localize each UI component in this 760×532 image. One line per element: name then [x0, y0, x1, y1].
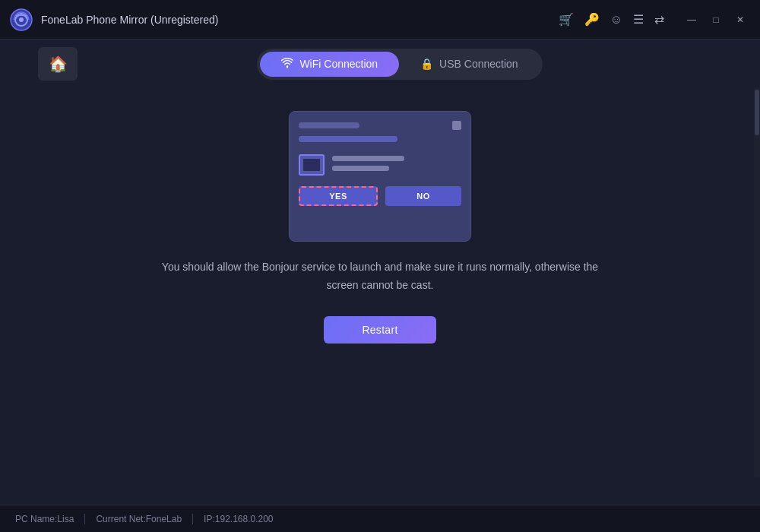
maximize-button[interactable]: □ [705, 9, 727, 30]
usb-tab-label: USB Connection [439, 58, 518, 70]
close-button[interactable]: ✕ [730, 9, 751, 30]
face-icon[interactable]: ☺ [610, 13, 622, 27]
dialog-text-lines [332, 156, 404, 171]
description-text: You should allow the Bonjour service to … [162, 258, 598, 295]
wifi-tab-label: WiFi Connection [299, 58, 378, 70]
dialog-title-line [299, 122, 359, 128]
lock-icon: 🔒 [420, 58, 433, 70]
tab-container: WiFi Connection 🔒 USB Connection [257, 49, 542, 80]
status-bar: PC Name:Lisa Current Net:FoneLab IP:192.… [0, 505, 760, 532]
minimize-button[interactable]: — [681, 9, 702, 30]
top-nav: 🏠 WiFi Connection 🔒 USB Connection [30, 40, 730, 88]
title-bar: FoneLab Phone Mirror (Unregistered) 🛒 🔑 … [0, 0, 760, 40]
scrollbar-thumb[interactable] [755, 90, 759, 135]
menu-icon[interactable]: ☰ [633, 12, 644, 27]
title-left: FoneLab Phone Mirror (Unregistered) [9, 8, 218, 32]
home-button[interactable]: 🏠 [38, 47, 78, 81]
text-line-2 [332, 166, 389, 171]
dialog-subtitle-line [299, 136, 397, 142]
scrollbar[interactable] [754, 88, 760, 477]
dialog-yes-button[interactable]: YES [299, 186, 378, 206]
app-logo-icon [9, 8, 33, 32]
arrows-icon[interactable]: ⇄ [654, 12, 664, 27]
current-net: Current Net:FoneLab [96, 514, 182, 524]
status-divider-1 [84, 514, 85, 524]
dialog-close-dot [452, 121, 461, 130]
ip-address: IP:192.168.0.200 [204, 514, 273, 524]
dialog-no-button[interactable]: NO [385, 186, 461, 206]
description-line1: You should allow the Bonjour service to … [162, 261, 598, 273]
window-controls: — □ ✕ [681, 9, 751, 30]
svg-point-3 [287, 65, 288, 67]
restart-button[interactable]: Restart [324, 316, 435, 344]
description-line2: screen cannot be cast. [327, 279, 434, 291]
svg-point-2 [19, 17, 24, 22]
key-icon[interactable]: 🔑 [584, 12, 600, 27]
main-content: 🏠 WiFi Connection 🔒 USB Connection [0, 40, 760, 505]
wifi-icon [281, 58, 293, 71]
monitor-icon [299, 154, 325, 176]
status-divider-2 [192, 514, 193, 524]
pc-name: PC Name:Lisa [15, 514, 74, 524]
usb-connection-tab[interactable]: 🔒 USB Connection [399, 52, 540, 77]
dialog-title-bar [299, 121, 461, 130]
app-title: FoneLab Phone Mirror (Unregistered) [41, 14, 218, 26]
dialog-buttons: YES NO [299, 186, 461, 206]
dialog-illustration: YES NO [289, 111, 471, 242]
title-controls: 🛒 🔑 ☺ ☰ ⇄ — □ ✕ [559, 9, 751, 30]
monitor-screen [303, 159, 320, 171]
wifi-connection-tab[interactable]: WiFi Connection [260, 52, 399, 77]
dialog-body [299, 154, 461, 176]
cart-icon[interactable]: 🛒 [559, 12, 574, 27]
text-line-1 [332, 156, 404, 161]
